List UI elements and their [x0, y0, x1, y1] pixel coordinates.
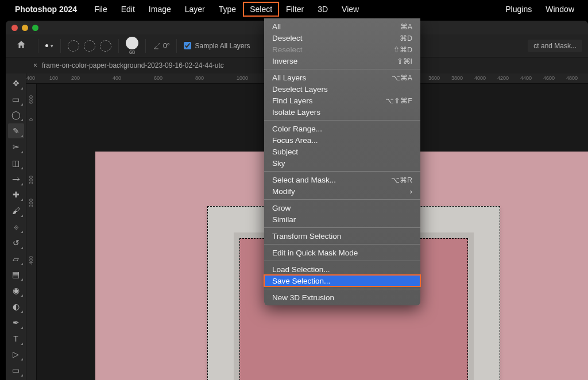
menu-item-new-3d-extrusion[interactable]: New 3D Extrusion	[264, 292, 420, 303]
tool-eyedropper[interactable]: 𐃘	[8, 172, 24, 187]
menu-item-subject[interactable]: Subject	[264, 146, 420, 157]
menu-item-isolate-layers[interactable]: Isolate Layers	[264, 106, 420, 118]
close-icon[interactable]	[11, 25, 18, 31]
close-tab-icon[interactable]: ×	[33, 61, 37, 69]
app-name[interactable]: Photoshop 2024	[15, 5, 77, 14]
quick-select-subtract-icon[interactable]	[84, 40, 95, 52]
brush-preset-icon[interactable]: ▾	[45, 43, 53, 49]
ruler-tick: 4200	[497, 75, 509, 81]
menu-item-save-selection[interactable]: Save Selection...	[264, 275, 420, 286]
menu-layer[interactable]: Layer	[178, 2, 212, 17]
menu-item-grow[interactable]: Grow	[264, 202, 420, 214]
tool-clone[interactable]: ⟐	[8, 219, 24, 234]
quick-select-intersect-icon[interactable]	[100, 40, 111, 52]
ruler-tick: 400	[113, 75, 121, 81]
menu-file[interactable]: File	[87, 2, 114, 17]
menu-item-load-selection[interactable]: Load Selection...	[264, 263, 420, 275]
tools-panel: ✥▭◯✎✂◫𐃘✚🖌⟐↺▱▤◉◐✒T▷▭	[6, 73, 26, 380]
sample-all-layers-checkbox[interactable]: Sample All Layers	[184, 42, 250, 50]
menu-item-all[interactable]: All⌘A	[264, 21, 420, 32]
ruler-tick: 0	[28, 118, 34, 121]
tool-quick-select[interactable]: ✎	[8, 123, 24, 138]
tool-history-brush[interactable]: ↺	[8, 235, 24, 250]
ruler-tick: 600	[28, 95, 34, 104]
ruler-tick: 200	[28, 176, 34, 184]
menu-item-modify[interactable]: Modify	[264, 185, 420, 197]
ruler-tick: 3600	[428, 75, 440, 81]
tool-marquee[interactable]: ▭	[8, 92, 24, 107]
tool-crop[interactable]: ✂	[8, 139, 24, 154]
tool-dodge[interactable]: ◐	[8, 299, 24, 314]
menu-type[interactable]: Type	[212, 2, 243, 17]
menu-item-sky[interactable]: Sky	[264, 157, 420, 169]
ruler-tick: 4400	[520, 75, 532, 81]
tool-blur[interactable]: ◉	[8, 283, 24, 298]
menu-item-inverse[interactable]: Inverse⇧⌘I	[264, 55, 420, 67]
tool-path-select[interactable]: ▷	[8, 347, 24, 362]
document-filename: frame-on-color-paper-background-2023-09-…	[42, 61, 224, 69]
tool-gradient[interactable]: ▤	[8, 267, 24, 282]
menu-item-similar[interactable]: Similar	[264, 214, 420, 225]
ruler-tick: 400	[28, 256, 34, 265]
menu-image[interactable]: Image	[142, 2, 178, 17]
ruler-tick: 600	[154, 75, 163, 81]
ruler-tick: 4800	[566, 75, 578, 81]
macos-menubar: Photoshop 2024 FileEditImageLayerTypeSel…	[0, 0, 588, 18]
ruler-tick: 1000	[237, 75, 248, 81]
menu-item-all-layers[interactable]: All Layers⌥⌘A	[264, 72, 420, 83]
ruler-vertical[interactable]: 6000200200400	[26, 84, 37, 380]
menu-item-edit-in-quick-mask-mode[interactable]: Edit in Quick Mask Mode	[264, 247, 420, 258]
ruler-tick: 3800	[451, 75, 463, 81]
brush-angle[interactable]: 0°	[153, 42, 169, 50]
menu-item-color-range[interactable]: Color Range...	[264, 123, 420, 134]
tool-eraser[interactable]: ▱	[8, 251, 24, 266]
menu-item-focus-area[interactable]: Focus Area...	[264, 134, 420, 146]
ruler-tick: 100	[49, 75, 58, 81]
quick-select-add-icon[interactable]	[68, 40, 79, 52]
menu-view[interactable]: View	[335, 2, 366, 17]
menu-filter[interactable]: Filter	[279, 2, 311, 17]
tool-type[interactable]: T	[8, 331, 24, 346]
ruler-tick: 4000	[474, 75, 486, 81]
tool-rectangle[interactable]: ▭	[8, 363, 24, 378]
tool-pen[interactable]: ✒	[8, 315, 24, 330]
ruler-tick: 200	[28, 199, 34, 207]
menu-item-transform-selection[interactable]: Transform Selection	[264, 230, 420, 242]
ruler-tick: 4600	[543, 75, 555, 81]
menu-item-select-and-mask[interactable]: Select and Mask...⌥⌘R	[264, 174, 420, 185]
menu-item-deselect[interactable]: Deselect⌘D	[264, 32, 420, 44]
tool-brush[interactable]: 🖌	[8, 203, 24, 218]
tool-healing[interactable]: ✚	[8, 188, 24, 203]
tool-frame[interactable]: ◫	[8, 156, 24, 170]
menu-item-find-layers[interactable]: Find Layers⌥⇧⌘F	[264, 95, 420, 106]
menu-item-reselect: Reselect⇧⌘D	[264, 44, 420, 55]
select-and-mask-button[interactable]: ct and Mask...	[528, 40, 582, 52]
menu-select[interactable]: Select	[243, 2, 279, 17]
ruler-tick: 400	[26, 75, 35, 81]
home-icon[interactable]	[11, 37, 31, 55]
tool-move[interactable]: ✥	[8, 76, 24, 91]
menu-plugins[interactable]: Plugins	[498, 2, 539, 17]
tool-lasso[interactable]: ◯	[8, 108, 24, 123]
menu-3d[interactable]: 3D	[311, 2, 335, 17]
menu-item-deselect-layers[interactable]: Deselect Layers	[264, 83, 420, 95]
menu-window[interactable]: Window	[539, 2, 581, 17]
brush-size-preview[interactable]: 68	[126, 37, 138, 55]
ruler-tick: 800	[195, 75, 204, 81]
ruler-tick: 200	[71, 75, 80, 81]
menu-edit[interactable]: Edit	[114, 2, 142, 17]
select-menu-dropdown: All⌘ADeselect⌘DReselect⇧⌘DInverse⇧⌘IAll …	[264, 18, 420, 305]
